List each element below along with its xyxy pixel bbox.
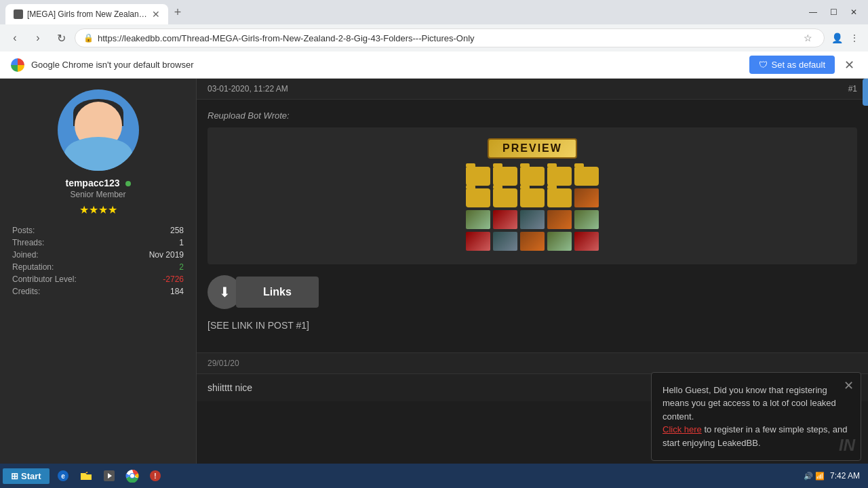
thumb-2: [466, 210, 490, 229]
default-browser-banner: Google Chrome isn't your default browser…: [0, 52, 868, 79]
post-footer: 29/01/20: [197, 352, 868, 373]
tab-title: [MEGA] Girls from New Zealand - 2.8...: [27, 9, 148, 19]
thumb-7: [466, 232, 490, 251]
lock-icon: 🔒: [83, 33, 94, 43]
credits-label: Credits:: [12, 287, 40, 296]
reputation-value: 2: [179, 262, 184, 272]
tab-favicon: [14, 9, 23, 19]
thumb-3: [493, 210, 517, 229]
preview-grid: [466, 167, 599, 253]
folder-8: [520, 188, 545, 207]
user-stars: ★★★★: [11, 203, 185, 216]
preview-container: PREVIEW: [208, 127, 857, 264]
banner-message: Google Chrome isn't your default browser: [31, 60, 743, 70]
thumb-5: [547, 210, 572, 229]
toast-content: Hello Guest, Did you know that registeri…: [663, 384, 850, 450]
taskbar-folder-icon[interactable]: [75, 465, 97, 487]
contributor-value: -2726: [163, 274, 184, 284]
credits-value: 184: [170, 287, 184, 296]
set-default-label: Set as default: [772, 60, 826, 70]
online-indicator: [125, 181, 131, 186]
right-accent-bar: [863, 79, 868, 106]
chrome-logo-icon: [11, 58, 24, 72]
profile-icon[interactable]: 👤: [829, 30, 845, 46]
thumb-6: [574, 210, 599, 229]
thumb-8: [493, 232, 517, 251]
stat-row-posts: Posts: 258: [12, 224, 184, 237]
minimize-button[interactable]: —: [804, 5, 822, 19]
post-timestamp: 03-01-2020, 11:22 AM: [208, 84, 848, 94]
folder-5: [574, 167, 599, 186]
post-footer-date: 29/01/20: [208, 359, 239, 368]
taskbar-antivirus-icon[interactable]: !: [144, 465, 166, 487]
new-tab-button[interactable]: +: [168, 3, 187, 22]
post-text: [SEE LINK IN POST #1]: [208, 320, 857, 331]
folder-7: [493, 188, 517, 207]
folder-1: [466, 167, 490, 186]
menu-icon[interactable]: ⋮: [846, 30, 863, 46]
taskbar-system-tray: 🔊 📶 7:42 AM: [804, 471, 865, 481]
username-display: tempacc123: [11, 178, 185, 188]
posts-value: 258: [170, 226, 184, 235]
stat-row-threads: Threads: 1: [12, 237, 184, 249]
preview-row-2: [466, 188, 599, 207]
user-info: tempacc123 Senior Member ★★★★: [11, 178, 185, 216]
tab-close-button[interactable]: ✕: [152, 9, 160, 20]
thumb-1: [574, 188, 599, 207]
preview-row-4: [466, 232, 599, 251]
start-icon: ⊞: [11, 471, 18, 481]
stat-row-joined: Joined: Nov 2019: [12, 249, 184, 261]
refresh-button[interactable]: ↻: [52, 28, 71, 47]
avatar-body: [64, 137, 132, 171]
preview-row-3: [466, 210, 599, 229]
stat-row-credits: Credits: 184: [12, 285, 184, 298]
thumb-10: [547, 232, 572, 251]
back-button[interactable]: ‹: [5, 28, 24, 47]
toast-close-button[interactable]: ✕: [844, 378, 854, 393]
post-body: Reupload Bot Wrote: PREVIEW: [197, 100, 868, 352]
avatar-container: [11, 89, 185, 171]
folder-9: [547, 188, 572, 207]
banner-close-button[interactable]: ✕: [842, 55, 857, 75]
close-button[interactable]: ✕: [845, 5, 863, 19]
taskbar: ⊞ Start e: [0, 464, 868, 488]
svg-text:!: !: [154, 472, 156, 480]
post-actions: #1: [848, 84, 857, 94]
thumb-11: [574, 232, 599, 251]
bookmark-icon[interactable]: ☆: [800, 30, 816, 46]
contributor-label: Contributor Level:: [12, 274, 77, 284]
folder-3: [520, 167, 545, 186]
taskbar-apps: e: [52, 465, 166, 487]
post-header: 03-01-2020, 11:22 AM #1: [197, 79, 868, 100]
second-post-text: shiitttt nice: [208, 382, 252, 393]
toast-register-link[interactable]: Click here: [663, 424, 702, 434]
taskbar-media-icon[interactable]: [98, 465, 120, 487]
taskbar-chrome-icon[interactable]: [121, 465, 143, 487]
folder-2: [493, 167, 517, 186]
joined-value: Nov 2019: [149, 250, 184, 260]
start-button[interactable]: ⊞ Start: [3, 468, 50, 484]
chrome-titlebar: [MEGA] Girls from New Zealand - 2.8... ✕…: [0, 0, 868, 24]
chrome-tab-active[interactable]: [MEGA] Girls from New Zealand - 2.8... ✕: [5, 4, 168, 24]
chrome-addressbar: ‹ › ↻ 🔒 https://leakedbb.com/Thread-MEGA…: [0, 24, 868, 52]
user-sidebar: tempacc123 Senior Member ★★★★ Posts: 258…: [0, 79, 197, 488]
threads-label: Threads:: [12, 238, 44, 247]
svg-text:e: e: [61, 472, 65, 480]
folder-4: [547, 167, 572, 186]
system-tray-icons: 🔊 📶: [804, 472, 825, 481]
preview-row-1: [466, 167, 599, 186]
taskbar-ie-icon[interactable]: e: [52, 465, 74, 487]
reputation-label: Reputation:: [12, 262, 54, 272]
shield-icon: 🛡: [759, 60, 768, 70]
url-text: https://leakedbb.com/Thread-MEGA-Girls-f…: [98, 33, 795, 43]
address-bar[interactable]: 🔒 https://leakedbb.com/Thread-MEGA-Girls…: [75, 28, 825, 47]
user-stats-table: Posts: 258 Threads: 1 Joined: Nov 2019 R…: [11, 223, 185, 299]
forward-button[interactable]: ›: [28, 28, 47, 47]
svg-point-6: [130, 474, 134, 478]
set-default-button[interactable]: 🛡 Set as default: [749, 56, 835, 74]
maximize-button[interactable]: ☐: [825, 5, 842, 19]
chrome-toolbar-icons: 👤 ⋮: [829, 30, 863, 46]
thumb-9: [520, 232, 545, 251]
links-button[interactable]: Links: [236, 277, 319, 308]
links-section: ⬇ Links: [208, 275, 857, 309]
